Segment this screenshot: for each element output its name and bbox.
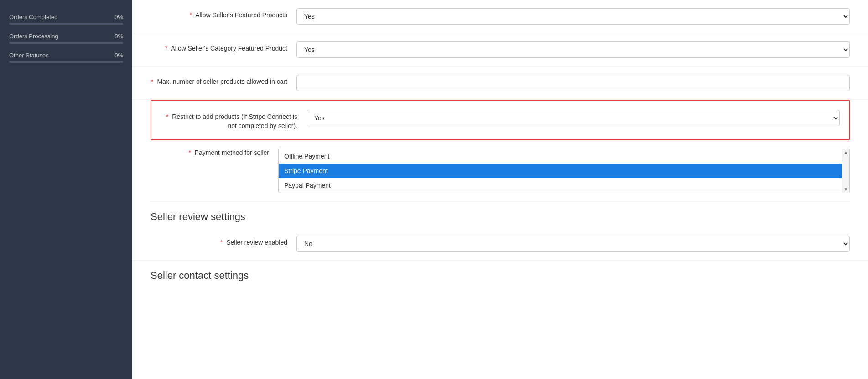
stat-other-statuses-value: 0% [114,52,123,59]
max-products-label: * Max. number of seller products allowed… [151,75,296,87]
restrict-stripe-control[interactable]: Yes No [307,110,840,126]
seller-review-select[interactable]: No Yes [296,236,850,252]
max-products-input[interactable]: 10 [296,75,850,91]
category-featured-select[interactable]: Yes No [296,41,850,58]
form-row-seller-review: * Seller review enabled No Yes [132,227,868,261]
stat-orders-processing-label: Orders Processing [9,33,58,40]
featured-products-control[interactable]: Yes No [296,8,850,25]
category-featured-required-star: * [165,45,167,52]
restrict-stripe-wrapper: * Restrict to add products (If Stripe Co… [151,100,850,140]
seller-review-control[interactable]: No Yes [296,236,850,252]
main-content: * Allow Seller's Featured Products Yes N… [132,0,868,379]
featured-products-select[interactable]: Yes No [296,8,850,25]
stat-orders-completed-bar [9,23,123,25]
stat-orders-completed-label: Orders Completed [9,14,57,20]
form-row-max-products: * Max. number of seller products allowed… [132,67,868,100]
seller-review-enabled-label: * Seller review enabled [151,236,296,247]
stat-orders-completed-value: 0% [114,14,123,20]
sidebar-stats: Orders Completed 0% Orders Processing 0%… [0,9,132,76]
payment-option-stripe[interactable]: Stripe Payment [279,164,842,178]
form-row-featured-products: * Allow Seller's Featured Products Yes N… [132,0,868,33]
stat-other-statuses: Other Statuses 0% [9,52,123,63]
payment-method-listbox[interactable]: Offline Payment Stripe Payment Paypal Pa… [278,149,850,193]
sidebar: Orders Completed 0% Orders Processing 0%… [0,0,132,379]
payment-method-required-star: * [188,149,191,156]
featured-products-label: * Allow Seller's Featured Products [151,8,296,20]
form-row-payment-method: * Payment method for seller Offline Paym… [151,140,850,202]
category-featured-label: * Allow Seller's Category Featured Produ… [151,41,296,53]
max-products-required-star: * [151,78,153,85]
seller-review-heading: Seller review settings [132,202,868,227]
stat-orders-processing: Orders Processing 0% [9,33,123,44]
payment-option-paypal[interactable]: Paypal Payment [279,178,842,193]
category-featured-control[interactable]: Yes No [296,41,850,58]
form-row-restrict-stripe: * Restrict to add products (If Stripe Co… [151,101,849,139]
stat-other-statuses-bar [9,61,123,63]
form-row-category-featured: * Allow Seller's Category Featured Produ… [132,33,868,67]
scroll-down-arrow[interactable]: ▼ [844,187,848,192]
payment-method-control[interactable]: Offline Payment Stripe Payment Paypal Pa… [278,149,850,193]
stat-other-statuses-label: Other Statuses [9,52,49,59]
seller-review-required-star: * [220,239,223,246]
restrict-stripe-label: * Restrict to add products (If Stripe Co… [161,110,307,130]
restrict-stripe-required-star: * [166,113,168,120]
scroll-up-arrow[interactable]: ▲ [844,150,848,155]
payment-option-offline[interactable]: Offline Payment [279,149,842,164]
listbox-scrollbar[interactable]: ▲ ▼ [842,149,849,193]
featured-products-required-star: * [190,11,192,19]
stat-orders-processing-bar [9,42,123,44]
stat-orders-completed: Orders Completed 0% [9,14,123,25]
payment-method-label: * Payment method for seller [151,149,278,158]
seller-contact-heading: Seller contact settings [132,261,868,286]
payment-options-list[interactable]: Offline Payment Stripe Payment Paypal Pa… [279,149,849,193]
stat-orders-processing-value: 0% [114,33,123,40]
restrict-stripe-select[interactable]: Yes No [307,110,840,126]
max-products-control[interactable]: 10 [296,75,850,91]
